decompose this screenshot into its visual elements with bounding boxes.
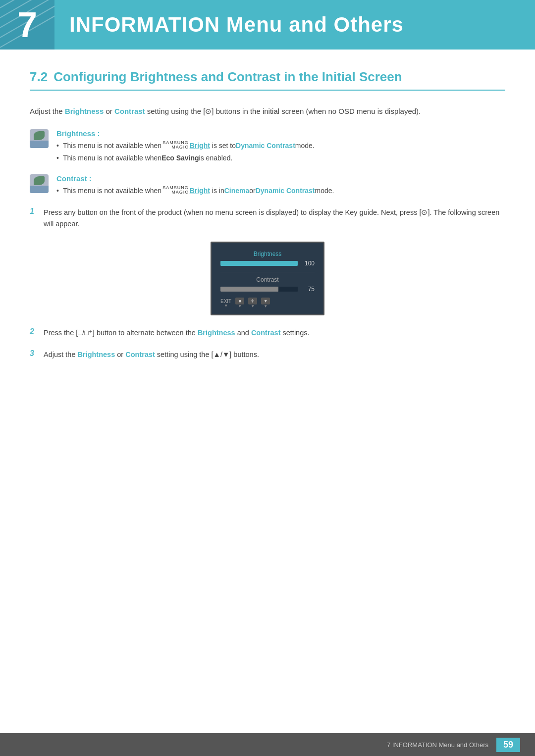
osd-contrast-label: Contrast (220, 276, 315, 283)
step-3-block: 3 Adjust the Brightness or Contrast sett… (30, 349, 505, 360)
contrast-note-label: Contrast : (56, 174, 505, 183)
dynamic-contrast-1: Dynamic Contrast (236, 141, 295, 151)
osd-brightness-label: Brightness (220, 251, 315, 257)
osd-brightness-bar-bg (220, 261, 298, 266)
osd-exit-arrow: ▼ (224, 304, 228, 308)
step-3-number: 3 (30, 349, 44, 358)
osd-brightness-bar-fill (220, 261, 298, 266)
osd-btn2-arrow: ▼ (251, 304, 255, 308)
brightness-note-icon (30, 129, 49, 148)
leaf-icon (34, 131, 45, 140)
brightness-bullet-2: This menu is not available when Eco Savi… (56, 153, 505, 163)
cinema-mode: Cinema (224, 186, 250, 196)
osd-btn1-arrow: ▼ (238, 304, 242, 308)
osd-brightness-value: 100 (301, 260, 315, 267)
bright-link-2: Bright (190, 186, 210, 196)
contrast-term-3: Contrast (125, 351, 155, 358)
section-number: 7.2 (30, 69, 48, 84)
chapter-title: INFORMATION Menu and Others (69, 13, 404, 37)
step-2-number: 2 (30, 327, 44, 336)
brightness-bullet-1: This menu is not available when SAMSUNG … (56, 141, 505, 151)
intro-paragraph: Adjust the Brightness or Contrast settin… (30, 105, 505, 117)
osd-footer-row: EXIT ▼ ■ ▼ ✛ ▼ ▼ (220, 298, 315, 308)
samsung-magic-bright-1: SAMSUNG MAGIC (162, 141, 189, 150)
contrast-note-icon (30, 174, 49, 193)
contrast-bullet-1: This menu is not available when SAMSUNG … (56, 186, 505, 196)
osd-btn1-col: ■ ▼ (235, 298, 244, 308)
brightness-term-2: Brightness (198, 329, 235, 337)
osd-btn3-arrow: ▼ (264, 304, 268, 308)
section-title: Configuring Brightness and Contrast in t… (54, 69, 402, 84)
step-1-block: 1 Press any button on the front of the p… (30, 207, 505, 230)
brightness-term-3: Brightness (78, 351, 115, 358)
osd-btn3: ▼ (261, 298, 270, 304)
osd-contrast-bar-fill (220, 287, 278, 292)
osd-btn3-col: ▼ ▼ (261, 298, 270, 308)
header-banner: 7 INFORMATION Menu and Others (0, 0, 535, 50)
osd-brightness-bar-row: 100 (220, 260, 315, 267)
osd-contrast-bar-row: 75 (220, 286, 315, 293)
page-footer: 7 INFORMATION Menu and Others 59 (0, 733, 535, 756)
osd-brightness-row: Brightness 100 (220, 251, 315, 267)
footer-chapter-text: 7 INFORMATION Menu and Others (387, 741, 488, 749)
contrast-note-content: Contrast : This menu is not available wh… (56, 174, 505, 198)
osd-contrast-bar-bg (220, 287, 298, 292)
eco-saving-link: Eco Saving (161, 153, 199, 163)
contrast-note-block: Contrast : This menu is not available wh… (30, 174, 505, 198)
leaf-icon-2 (34, 176, 45, 185)
contrast-term-2: Contrast (251, 329, 281, 337)
osd-contrast-value: 75 (301, 286, 315, 293)
osd-btn1-icon: ■ (239, 299, 241, 303)
contrast-term: Contrast (114, 107, 145, 115)
section-heading: 7.2Configuring Brightness and Contrast i… (30, 69, 505, 91)
brightness-term: Brightness (65, 107, 104, 115)
brightness-note-content: Brightness : This menu is not available … (56, 129, 505, 165)
footer-page-number: 59 (496, 738, 520, 752)
dynamic-contrast-2: Dynamic Contrast (256, 186, 315, 196)
page-content: 7.2Configuring Brightness and Contrast i… (0, 69, 535, 410)
step-1-number: 1 (30, 207, 44, 216)
osd-btn3-icon: ▼ (264, 299, 268, 303)
osd-btn1: ■ (235, 298, 244, 304)
osd-contrast-row: Contrast 75 (220, 276, 315, 293)
osd-btn2-icon: ✛ (251, 299, 255, 303)
bright-link-1: Bright (190, 141, 210, 151)
circle-btn-icon: ⊙ (421, 208, 428, 216)
brightness-note-block: Brightness : This menu is not available … (30, 129, 505, 165)
osd-divider (220, 272, 315, 272)
osd-btn2-col: ✛ ▼ (248, 298, 257, 308)
brightness-note-label: Brightness : (56, 129, 505, 138)
osd-screen: Brightness 100 Contrast 75 (211, 242, 324, 315)
step-1-text: Press any button on the front of the pro… (44, 207, 505, 230)
osd-exit-col: EXIT ▼ (220, 299, 231, 308)
chapter-number-block: 7 (0, 0, 54, 50)
step-3-text: Adjust the Brightness or Contrast settin… (44, 349, 505, 360)
samsung-magic-bright-2: SAMSUNG MAGIC (162, 186, 189, 195)
step-2-text: Press the [□/□⁺] button to alternate bet… (44, 327, 505, 339)
osd-mockup-container: Brightness 100 Contrast 75 (30, 242, 505, 315)
osd-btn2: ✛ (248, 298, 257, 304)
step-2-block: 2 Press the [□/□⁺] button to alternate b… (30, 327, 505, 339)
header-title-block: INFORMATION Menu and Others (54, 0, 404, 50)
target-icon: ⊙ (205, 107, 212, 115)
